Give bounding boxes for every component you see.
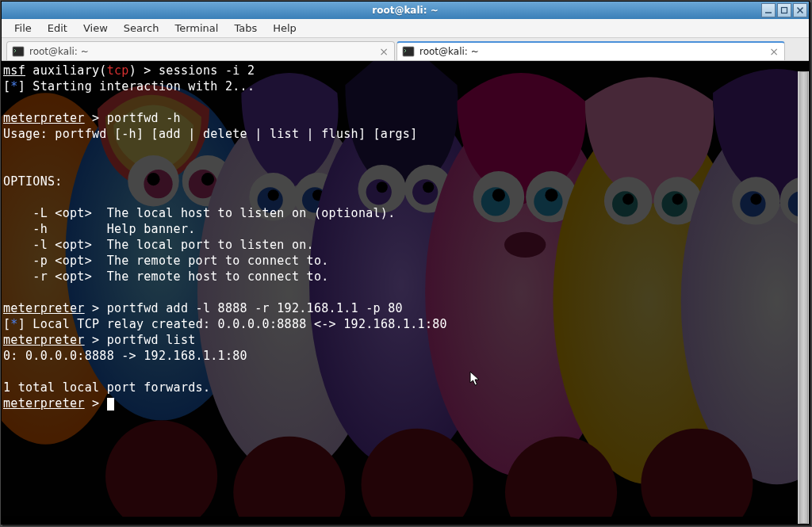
meterpreter-prompt: meterpreter <box>3 301 85 315</box>
menu-search[interactable]: Search <box>116 20 167 36</box>
terminal-output[interactable]: msf auxiliary(tcp) > sessions -i 2 [*] S… <box>2 61 809 524</box>
menubar: File Edit View Search Terminal Tabs Help <box>2 19 809 38</box>
meterpreter-prompt: meterpreter <box>3 396 85 411</box>
tab-close-icon[interactable]: × <box>378 46 389 57</box>
close-button[interactable] <box>793 3 807 17</box>
svg-rect-5 <box>403 47 414 56</box>
tab-2[interactable]: root@kali: ~ × <box>396 41 785 60</box>
tab-1[interactable]: root@kali: ~ × <box>6 41 395 60</box>
minimize-icon <box>764 6 772 14</box>
vertical-scrollbar[interactable] <box>798 71 809 524</box>
window-controls <box>761 3 807 17</box>
menu-terminal[interactable]: Terminal <box>167 20 226 36</box>
msf-prompt: msf <box>3 63 25 78</box>
meterpreter-prompt: meterpreter <box>3 333 85 347</box>
menu-file[interactable]: File <box>6 20 40 36</box>
tab-close-icon[interactable]: × <box>768 46 779 57</box>
scrollbar-thumb[interactable] <box>799 71 808 524</box>
terminal-icon <box>12 45 25 58</box>
tab-label: root@kali: ~ <box>29 46 378 57</box>
tabbar: root@kali: ~ × root@kali: ~ × <box>2 38 809 60</box>
minimize-button[interactable] <box>761 3 776 17</box>
menu-tabs[interactable]: Tabs <box>226 20 265 36</box>
titlebar[interactable]: root@kali: ~ <box>2 2 809 19</box>
terminal-icon <box>402 45 415 58</box>
menu-help[interactable]: Help <box>265 20 304 36</box>
menu-edit[interactable]: Edit <box>40 20 75 36</box>
svg-rect-4 <box>13 47 24 56</box>
terminal-window: root@kali: ~ File Edit View Search Termi… <box>1 1 810 525</box>
maximize-icon <box>780 6 788 14</box>
window-title: root@kali: ~ <box>372 5 438 16</box>
text-cursor <box>107 398 114 411</box>
menu-view[interactable]: View <box>75 20 116 36</box>
terminal-area[interactable]: msf auxiliary(tcp) > sessions -i 2 [*] S… <box>2 60 809 524</box>
tab-label: root@kali: ~ <box>419 46 768 57</box>
meterpreter-prompt: meterpreter <box>3 111 85 125</box>
close-icon <box>796 6 804 14</box>
svg-rect-1 <box>782 8 787 13</box>
maximize-button[interactable] <box>777 3 791 17</box>
